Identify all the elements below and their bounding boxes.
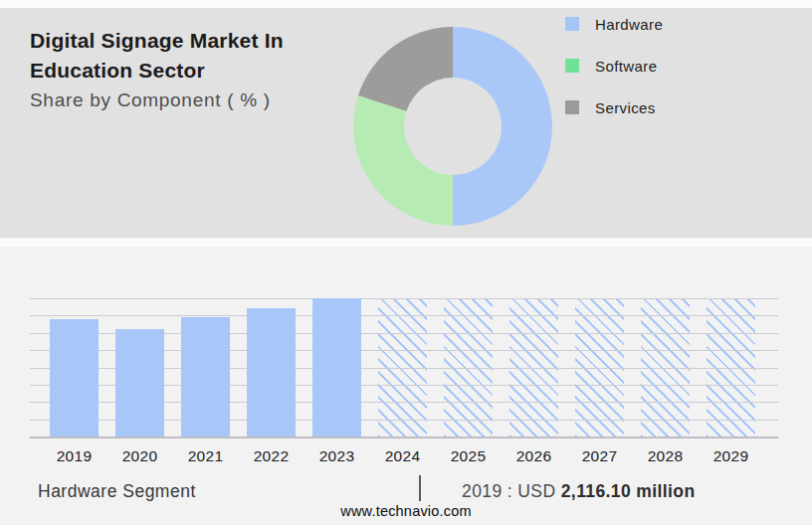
x-axis-label-2026: 2026 bbox=[502, 447, 567, 465]
bar-2023 bbox=[312, 298, 361, 437]
bar-2022 bbox=[247, 308, 296, 437]
donut-slice-services bbox=[358, 27, 453, 111]
footer-separator bbox=[419, 475, 421, 501]
title-line-2: Education Sector bbox=[30, 56, 284, 86]
bar-2021 bbox=[181, 317, 230, 437]
legend-label: Services bbox=[595, 99, 656, 116]
legend-swatch-icon bbox=[565, 100, 579, 114]
x-axis-label-2029: 2029 bbox=[699, 447, 764, 465]
legend-label: Hardware bbox=[595, 16, 663, 33]
x-axis-label-2023: 2023 bbox=[304, 447, 370, 465]
footer-value: 2019 : USD 2,116.10 million bbox=[462, 481, 696, 502]
x-axis-label-2022: 2022 bbox=[239, 447, 304, 465]
legend-label: Software bbox=[595, 58, 657, 75]
section-divider-band bbox=[0, 238, 812, 247]
donut-legend: HardwareSoftwareServices bbox=[565, 16, 663, 141]
title-line-1: Digital Signage Market In bbox=[30, 26, 284, 56]
x-axis-label-2025: 2025 bbox=[436, 447, 502, 465]
legend-swatch-icon bbox=[565, 17, 579, 31]
x-axis-baseline bbox=[30, 437, 778, 438]
bar-2020 bbox=[115, 329, 164, 437]
legend-swatch-icon bbox=[565, 59, 579, 73]
x-axis-label-2020: 2020 bbox=[107, 447, 173, 465]
segment-label: Hardware Segment bbox=[38, 481, 196, 502]
donut-chart bbox=[352, 26, 553, 227]
page-title: Digital Signage Market In Education Sect… bbox=[30, 26, 284, 86]
donut-slice-hardware bbox=[453, 27, 552, 226]
website-link: www.technavio.com bbox=[0, 503, 812, 519]
legend-item-hardware: Hardware bbox=[565, 16, 663, 32]
footer-value-amount: 2,116.10 million bbox=[561, 481, 696, 501]
gridline bbox=[30, 315, 778, 316]
x-axis-label-2027: 2027 bbox=[567, 447, 633, 465]
chart-subtitle: Share by Component ( % ) bbox=[30, 89, 271, 111]
donut-slice-software bbox=[353, 95, 453, 226]
bar-2019 bbox=[50, 319, 99, 437]
top-margin-strip bbox=[0, 0, 812, 8]
x-axis-label-2028: 2028 bbox=[633, 447, 699, 465]
legend-item-services: Services bbox=[565, 99, 663, 115]
footer-value-prefix: 2019 : USD bbox=[462, 481, 555, 501]
legend-item-software: Software bbox=[565, 58, 663, 74]
x-axis-label-2021: 2021 bbox=[173, 447, 239, 465]
gridline bbox=[30, 298, 778, 299]
x-axis-label-2019: 2019 bbox=[42, 447, 107, 465]
infographic-page: Digital Signage Market In Education Sect… bbox=[0, 0, 812, 525]
x-axis-label-2024: 2024 bbox=[370, 447, 436, 465]
